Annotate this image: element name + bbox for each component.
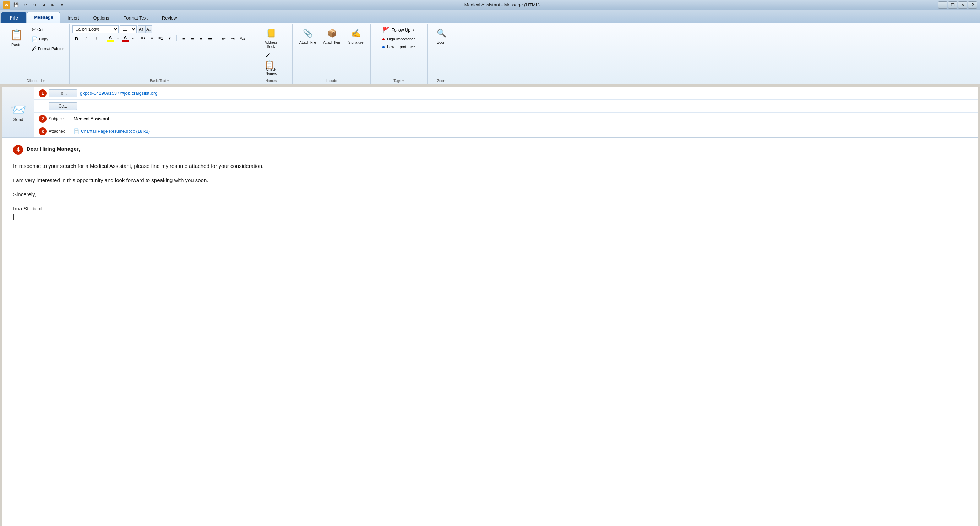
- clipboard-expand-icon[interactable]: ▾: [43, 79, 45, 83]
- check-names-button[interactable]: ✓📋 Check Names: [258, 52, 284, 78]
- low-importance-label: Low Importance: [387, 45, 415, 49]
- ribbon: File Message Insert Options Format Text …: [0, 10, 980, 84]
- signature-label: Signature: [348, 40, 364, 45]
- font-shrink-button[interactable]: A↓: [145, 25, 152, 33]
- names-group-content: 📒 Address Book ✓📋 Check Names: [258, 25, 284, 78]
- close-button[interactable]: ✕: [958, 2, 967, 8]
- back-qa-button[interactable]: ◄: [40, 1, 48, 9]
- basic-text-content: Calibri (Body) 11 A↑ A↓ B I: [72, 25, 247, 78]
- save-qa-button[interactable]: 💾: [12, 1, 20, 9]
- follow-up-dropdown[interactable]: ▾: [413, 29, 414, 32]
- font-grow-button[interactable]: A↑: [138, 25, 145, 33]
- minimize-button[interactable]: ─: [938, 2, 947, 8]
- low-importance-button[interactable]: ● Low Importance: [379, 43, 418, 51]
- number-list-dropdown[interactable]: ▾: [165, 35, 174, 42]
- tab-insert[interactable]: Insert: [61, 13, 86, 23]
- window-title: Medical Assistant - Message (HTML): [66, 2, 938, 8]
- cc-button[interactable]: Cc...: [49, 102, 77, 110]
- cc-input[interactable]: [80, 103, 973, 109]
- bullet-list-button[interactable]: ≡•: [139, 35, 147, 42]
- align-justify-button[interactable]: ☰: [206, 35, 215, 42]
- font-color-button[interactable]: A: [120, 35, 131, 41]
- zoom-group-content: 🔍 Zoom: [433, 25, 450, 78]
- paste-button[interactable]: 📋 Paste: [5, 25, 28, 48]
- attach-item-icon: 📦: [326, 27, 338, 40]
- font-family-select[interactable]: Calibri (Body): [72, 25, 119, 33]
- forward-qa-button[interactable]: ►: [49, 1, 57, 9]
- font-name-row: Calibri (Body) 11 A↑ A↓: [72, 25, 247, 33]
- high-importance-label: High Importance: [387, 37, 416, 41]
- highlight-dropdown[interactable]: ▾: [117, 37, 119, 40]
- include-buttons: 📎 Attach File 📦 Attach Item ✍ Signature: [297, 25, 366, 46]
- format-sep-2: [136, 35, 136, 41]
- number-list-button[interactable]: ≡1: [157, 35, 165, 42]
- text-cursor: [13, 215, 14, 220]
- signature-button[interactable]: ✍ Signature: [346, 25, 366, 46]
- tab-message[interactable]: Message: [27, 12, 60, 24]
- tab-file[interactable]: File: [2, 13, 26, 23]
- tags-expand-icon[interactable]: ▾: [402, 79, 404, 83]
- app-icon: ✉: [3, 2, 10, 8]
- body-opening: 4 Dear Hiring Manager,: [13, 145, 967, 155]
- zoom-button[interactable]: 🔍 Zoom: [433, 25, 450, 46]
- address-book-icon: 📒: [264, 27, 277, 40]
- custom-qa-button[interactable]: ▼: [58, 1, 66, 9]
- redo-qa-button[interactable]: ↪: [30, 1, 38, 9]
- scissors-icon: ✂: [32, 27, 36, 32]
- check-names-label: Check Names: [260, 67, 282, 76]
- underline-button[interactable]: U: [91, 35, 99, 43]
- clipboard-group-content: 📋 Paste ✂ Cut 📄 Copy 🖌 Format Painter: [5, 25, 67, 78]
- step-2-circle: 2: [39, 115, 46, 123]
- to-button[interactable]: To...: [49, 89, 77, 97]
- tab-format-text[interactable]: Format Text: [116, 13, 154, 23]
- align-right-button[interactable]: ≡: [197, 35, 205, 42]
- help-button[interactable]: ?: [968, 2, 977, 8]
- address-book-label: Address Book: [260, 40, 282, 49]
- ribbon-tab-bar: File Message Insert Options Format Text …: [0, 10, 980, 23]
- font-size-select[interactable]: 11: [120, 25, 137, 33]
- indent-decrease-button[interactable]: ⇤: [220, 35, 228, 42]
- high-importance-button[interactable]: ● High Importance: [379, 35, 418, 43]
- bold-button[interactable]: B: [72, 35, 81, 43]
- attach-item-label: Attach Item: [323, 40, 341, 45]
- zoom-label: Zoom: [437, 40, 446, 45]
- follow-up-button[interactable]: 🚩 Follow Up ▾: [379, 25, 418, 35]
- attached-filename[interactable]: Chantail Page Resume.docx (18 kB): [81, 129, 150, 134]
- subject-input[interactable]: [73, 116, 973, 121]
- flag-icon: 🚩: [382, 27, 390, 33]
- attach-item-button[interactable]: 📦 Attach Item: [321, 25, 344, 46]
- styles-button[interactable]: Aa: [238, 35, 247, 42]
- attach-file-button[interactable]: 📎 Attach File: [297, 25, 318, 46]
- format-painter-icon: 🖌: [32, 46, 37, 51]
- attached-label: Attached:: [49, 129, 73, 134]
- send-button[interactable]: 📨 Send: [3, 87, 35, 137]
- paste-label: Paste: [11, 43, 21, 47]
- address-book-button[interactable]: 📒 Address Book: [258, 25, 284, 51]
- tab-options[interactable]: Options: [87, 13, 116, 23]
- undo-qa-button[interactable]: ↩: [21, 1, 29, 9]
- cut-button[interactable]: ✂ Cut: [29, 25, 67, 34]
- email-body[interactable]: 4 Dear Hiring Manager, In response to yo…: [3, 138, 977, 526]
- highlight-button[interactable]: A: [105, 35, 116, 41]
- bullet-list-dropdown[interactable]: ▾: [148, 35, 156, 42]
- include-label: Include: [296, 78, 368, 84]
- align-center-button[interactable]: ≡: [188, 35, 197, 42]
- basic-text-expand-icon[interactable]: ▾: [167, 79, 169, 83]
- zoom-label: Zoom: [430, 78, 453, 84]
- title-bar: ✉ 💾 ↩ ↪ ◄ ► ▼ Medical Assistant - Messag…: [0, 0, 980, 10]
- font-color-dropdown[interactable]: ▾: [132, 37, 134, 40]
- paste-icon: 📋: [8, 26, 24, 43]
- clipboard-group: 📋 Paste ✂ Cut 📄 Copy 🖌 Format Painter: [2, 24, 70, 84]
- include-group-content: 📎 Attach File 📦 Attach Item ✍ Signature: [297, 25, 366, 78]
- align-left-button[interactable]: ≡: [179, 35, 188, 42]
- tab-review[interactable]: Review: [155, 13, 184, 23]
- format-painter-button[interactable]: 🖌 Format Painter: [29, 44, 67, 53]
- indent-increase-button[interactable]: ⇥: [229, 35, 237, 42]
- compose-window: 📨 Send 1 To... gkpcd-5429091537@job.crai…: [2, 87, 978, 526]
- attach-file-icon: 📎: [301, 27, 314, 40]
- restore-button[interactable]: ❐: [948, 2, 957, 8]
- font-color-icon: A: [124, 35, 127, 40]
- attached-field: 3 Attached: 📄 Chantail Page Resume.docx …: [35, 125, 977, 137]
- copy-button[interactable]: 📄 Copy: [29, 35, 67, 43]
- italic-button[interactable]: I: [82, 35, 90, 43]
